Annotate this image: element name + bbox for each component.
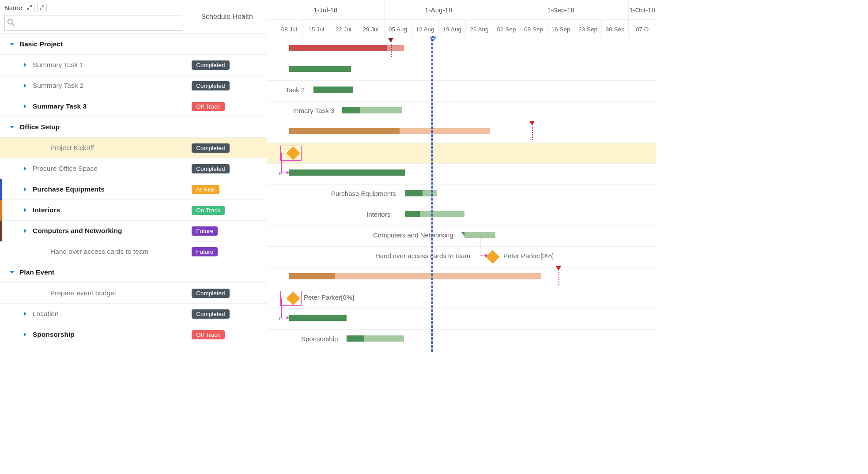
svg-marker-2 (10, 43, 14, 45)
task-row-summary-task-2[interactable]: Summary Task 2Completed (0, 75, 267, 96)
gantt-summary-remaining[interactable] (420, 211, 464, 217)
gantt-row-project-kickoff[interactable] (267, 143, 656, 164)
chevron-down-icon[interactable] (9, 269, 15, 275)
gantt-row-office-setup[interactable] (267, 122, 656, 143)
chevron-right-icon[interactable] (22, 103, 28, 109)
gantt-row-basic-project[interactable] (267, 39, 656, 60)
search-wrap (4, 15, 182, 31)
task-name-cell: Project Kickoff (0, 144, 187, 152)
task-row-office-setup[interactable]: Office Setup (0, 117, 267, 138)
gantt-row-procure-office[interactable]: e (267, 164, 656, 184)
chevron-right-icon[interactable] (22, 62, 28, 68)
gantt-assignee-label: Peter Parker[0%] (503, 252, 554, 260)
task-name-cell: Location (0, 310, 187, 318)
task-row-basic-project[interactable]: Basic Project (0, 34, 267, 55)
gantt-summary-remaining[interactable] (423, 190, 437, 196)
gantt-row-plan-event[interactable] (267, 267, 656, 288)
chevron-right-icon[interactable] (22, 83, 28, 89)
chevron-right-icon[interactable] (22, 331, 28, 338)
task-health-cell: Future (187, 247, 267, 256)
gantt-row-summary-task-2[interactable]: Task 2 (267, 81, 656, 102)
gantt-bar-label: Interiors (366, 211, 390, 218)
gantt-assignee-label: Peter Parker[0%] (304, 293, 354, 301)
collapse-icon[interactable] (25, 3, 34, 12)
gantt-body[interactable]: Task 2mmary Task 3ePurchase EquipmentsIn… (267, 39, 656, 350)
dependency-arrow-icon (287, 316, 289, 320)
task-row-sponsorship[interactable]: SponsorshipOff Track (0, 324, 267, 345)
gantt-summary-done[interactable] (347, 335, 364, 342)
chevron-down-icon[interactable] (9, 41, 15, 47)
search-input[interactable] (4, 15, 182, 31)
task-row-procure-office[interactable]: Procure Office SpaceCompleted (0, 158, 267, 179)
task-row-project-kickoff[interactable]: Project KickoffCompleted (0, 138, 267, 158)
status-badge: Completed (192, 309, 229, 319)
month-cell: 1-Aug-18 (385, 0, 493, 19)
status-badge: Off Track (192, 330, 225, 339)
task-row-prepare-budget[interactable]: Prepare event budgetCompleted (0, 283, 267, 304)
week-cell: 26 Aug (466, 20, 493, 39)
status-badge: Completed (192, 164, 229, 173)
task-health-cell: Completed (187, 309, 267, 319)
gantt-summary-done[interactable] (405, 211, 420, 217)
svg-point-0 (8, 19, 13, 24)
chevron-down-icon[interactable] (9, 124, 15, 130)
week-row: 08 Jul15 Jul22 Jul29 Jul05 Aug12 Aug19 A… (267, 19, 656, 39)
gantt-summary-remaining[interactable] (360, 107, 402, 113)
gantt-bar-label: Task 2 (286, 86, 305, 94)
task-name-label: Project Kickoff (50, 144, 94, 152)
dependency-line (480, 236, 480, 256)
task-row-summary-task-1[interactable]: Summary Task 1Completed (0, 55, 267, 75)
task-row-computers-net[interactable]: Computers and NetworkingFuture (0, 221, 267, 241)
gantt-row-interiors[interactable]: Interiors (267, 205, 656, 226)
task-row-summary-task-3[interactable]: Summary Task 3Off Track (0, 96, 267, 117)
gantt-bar-label: mmary Task 3 (293, 107, 334, 114)
svg-line-1 (12, 24, 15, 26)
chevron-right-icon[interactable] (22, 186, 28, 192)
task-name-label: Interiors (33, 206, 60, 214)
chevron-right-icon[interactable] (22, 207, 28, 213)
task-row-location[interactable]: LocationCompleted (0, 304, 267, 324)
gantt-summary-done[interactable] (289, 45, 387, 51)
gantt-row-prepare-budget[interactable]: Peter Parker[0%] (267, 288, 656, 309)
svg-marker-4 (24, 83, 26, 88)
gantt-row-summary-task-3[interactable]: mmary Task 3 (267, 102, 656, 122)
gantt-summary-done[interactable] (405, 190, 423, 196)
task-row-plan-event[interactable]: Plan Event (0, 262, 267, 283)
gantt-row-hand-over[interactable]: Hand over access cards to teamPeter Park… (267, 247, 656, 267)
task-row-purchase-equip[interactable]: Purchase EquipmentsAt Risk (0, 179, 267, 200)
gantt-summary-done[interactable] (289, 66, 351, 72)
task-name-label: Summary Task 2 (33, 82, 83, 90)
svg-marker-5 (24, 104, 26, 109)
task-health-cell: Completed (187, 143, 267, 153)
gantt-summary-remaining[interactable] (400, 128, 490, 134)
week-cell: 08 Jul (276, 20, 303, 39)
gantt-summary-done[interactable] (289, 169, 405, 176)
task-row-interiors[interactable]: InteriorsOn Track (0, 200, 267, 221)
gantt-bar-label: Hand over access cards to team (375, 252, 470, 260)
gantt-summary-done[interactable] (342, 107, 360, 113)
gantt-summary-done[interactable] (313, 87, 353, 93)
task-row-hand-over[interactable]: Hand over access cards to teamFuture (0, 241, 267, 262)
chevron-right-icon[interactable] (22, 311, 28, 317)
task-name-cell: Summary Task 3 (0, 102, 187, 110)
gantt-row-purchase-equip[interactable]: Purchase Equipments (267, 184, 656, 205)
chevron-right-icon[interactable] (22, 166, 28, 172)
gantt-summary-done[interactable] (289, 315, 347, 321)
gantt-row-summary-task-1[interactable] (267, 60, 656, 81)
expand-icon[interactable] (37, 3, 47, 12)
gantt-row-computers-net[interactable]: Computers and Networking (267, 226, 656, 247)
gantt-summary-done[interactable] (289, 128, 400, 134)
deadline-line (391, 41, 392, 57)
gantt-row-sponsorship[interactable]: Sponsorship (267, 330, 656, 350)
gantt-summary-remaining[interactable] (364, 335, 404, 342)
milestone-diamond-icon[interactable] (486, 250, 499, 263)
status-badge: Future (192, 226, 218, 236)
chevron-right-icon[interactable] (22, 228, 28, 234)
gantt-summary-done[interactable] (289, 273, 335, 279)
svg-marker-13 (24, 332, 26, 337)
task-health-cell: Off Track (187, 330, 267, 339)
gantt-summary-remaining[interactable] (387, 45, 404, 51)
gantt-bar-label: Purchase Equipments (331, 190, 396, 197)
gantt-summary-remaining[interactable] (335, 273, 541, 279)
gantt-row-location[interactable]: n (267, 309, 656, 330)
